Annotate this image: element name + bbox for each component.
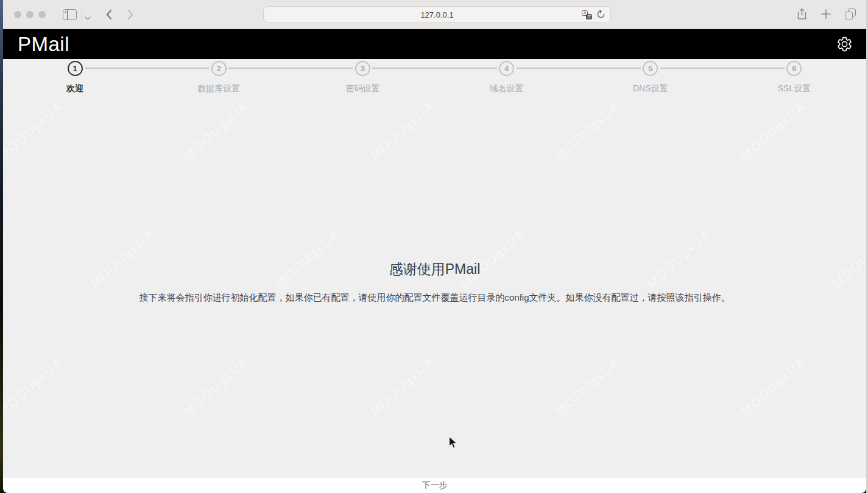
step-dns: 5 DNS设置 [579,61,722,94]
minimize-window-button[interactable] [26,11,34,18]
step-label: 欢迎 [66,83,83,94]
share-icon[interactable] [797,8,807,20]
welcome-description: 接下来将会指引你进行初始化配置，如果你已有配置，请使用你的配置文件覆盖运行目录的… [3,292,866,304]
welcome-title: 感谢使用PMail [3,260,866,279]
address-bar[interactable]: 127.0.0.1 A文 [263,6,611,23]
next-step-label: 下一步 [422,480,448,491]
step-database: 2 数据库设置 [147,61,291,94]
step-welcome: 1 欢迎 [3,61,147,94]
toolbar-divider [82,10,82,19]
step-password: 3 密码设置 [291,61,434,94]
close-window-button[interactable] [14,11,21,18]
step-circle: 5 [643,61,658,76]
sidebar-toggle-icon[interactable] [63,9,77,20]
step-label: 域名设置 [490,83,524,94]
browser-window: 127.0.0.1 A文 PMail [3,0,866,493]
mouse-cursor [448,436,457,450]
new-tab-icon[interactable] [820,9,831,19]
setup-stepper: 1 欢迎 2 数据库设置 3 密码设置 4 域名设置 5 DNS设置 [3,61,866,94]
app-header: PMail [3,29,866,59]
step-label: 数据库设置 [197,83,240,94]
step-circle: 1 [68,61,83,76]
step-circle: 4 [499,61,514,76]
reload-icon[interactable] [596,10,605,19]
address-bar-url: 127.0.0.1 [420,10,453,19]
tab-overview-icon[interactable] [845,9,856,19]
zoom-window-button[interactable] [38,11,46,18]
back-button[interactable] [105,9,113,20]
traffic-lights [14,11,46,18]
step-label: DNS设置 [633,83,668,94]
setup-wizard-page: MOOUgxUAMOOUgxUAMOOUgxUAMOOUgxUAMOOUgxUA… [3,59,866,478]
step-circle: 6 [786,61,802,76]
forward-button[interactable] [127,9,134,20]
step-ssl: 6 SSL设置 [722,61,866,94]
app-title: PMail [18,34,69,54]
chevron-down-icon[interactable] [85,12,91,17]
browser-toolbar: 127.0.0.1 A文 [3,0,866,29]
step-label: 密码设置 [345,83,379,94]
settings-gear-icon[interactable] [836,36,853,52]
step-circle: 2 [211,61,227,76]
translate-icon[interactable]: A文 [582,10,592,19]
step-domain: 4 域名设置 [435,61,579,94]
welcome-panel: 感谢使用PMail 接下来将会指引你进行初始化配置，如果你已有配置，请使用你的配… [3,260,866,304]
step-label: SSL设置 [778,83,811,94]
next-step-button[interactable]: 下一步 [3,478,866,493]
step-circle: 3 [355,61,370,76]
